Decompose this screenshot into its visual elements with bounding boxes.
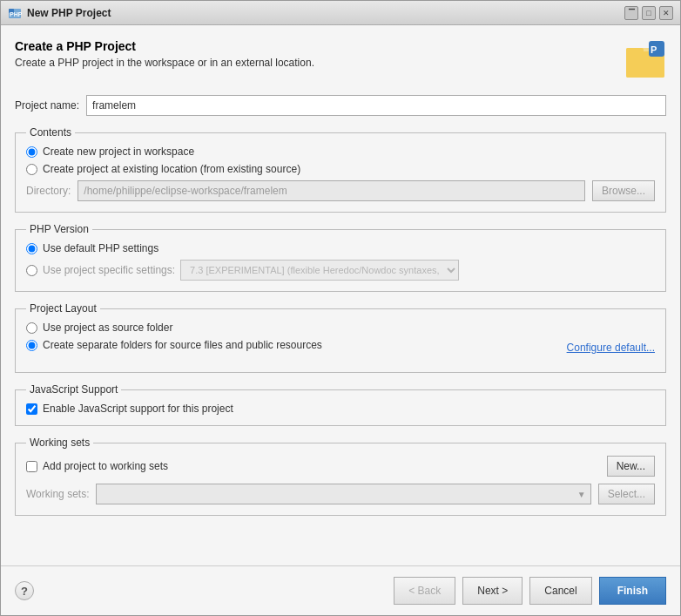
php-option1-row: Use default PHP settings: [26, 242, 655, 254]
content-area: Create a PHP Project Create a PHP projec…: [1, 25, 680, 565]
working-sets-legend: Working sets: [26, 437, 93, 449]
bottom-buttons: < Back Next > Cancel Finish: [394, 577, 666, 605]
bottom-bar: ? < Back Next > Cancel Finish: [1, 565, 680, 615]
project-name-label: Project name:: [15, 99, 79, 112]
layout-option1-radio[interactable]: [26, 322, 37, 334]
wizard-header: Create a PHP Project Create a PHP projec…: [15, 39, 666, 81]
finish-button[interactable]: Finish: [599, 577, 666, 605]
new-working-set-button[interactable]: New...: [607, 456, 655, 477]
wizard-title: Create a PHP Project: [15, 39, 314, 53]
layout-option1-label: Use project as source folder: [43, 322, 172, 334]
cancel-button[interactable]: Cancel: [529, 577, 591, 605]
contents-option1-radio[interactable]: [26, 146, 37, 158]
contents-legend: Contents: [26, 126, 75, 139]
working-sets-checkbox[interactable]: [26, 461, 37, 472]
directory-label: Directory:: [26, 185, 71, 197]
js-checkbox-row: Enable JavaScript support for this proje…: [26, 403, 655, 415]
php-version-group: PHP Version Use default PHP settings Use…: [15, 223, 666, 292]
contents-option2-label: Create project at existing location (fro…: [43, 163, 300, 175]
contents-group: Contents Create new project in workspace…: [15, 126, 666, 213]
wizard-subtitle: Create a PHP project in the workspace or…: [15, 57, 314, 69]
project-layout-group: Project Layout Use project as source fol…: [15, 302, 666, 373]
maximize-button[interactable]: □: [642, 6, 656, 20]
working-sets-select-row: Working sets: ▼ Select...: [26, 484, 655, 504]
working-sets-label: Working sets:: [26, 488, 89, 500]
javascript-support-group: JavaScript Support Enable JavaScript sup…: [15, 383, 666, 426]
form-area: Project name: Contents Create new projec…: [15, 95, 666, 552]
php-select-container: 7.3 [EXPERIMENTAL] (flexible Heredoc/Now…: [180, 260, 459, 281]
php-option1-label: Use default PHP settings: [43, 242, 158, 254]
contents-option1-row: Create new project in workspace: [26, 146, 655, 158]
contents-option1-label: Create new project in workspace: [43, 146, 194, 158]
php-option2-row: Use project specific settings: 7.3 [EXPE…: [26, 260, 655, 281]
configure-default-link[interactable]: Configure default...: [567, 342, 655, 354]
help-button[interactable]: ?: [15, 581, 34, 600]
php-option1-radio[interactable]: [26, 243, 37, 254]
select-working-set-button[interactable]: Select...: [598, 484, 655, 504]
project-name-input[interactable]: [86, 95, 666, 116]
php-version-select[interactable]: 7.3 [EXPERIMENTAL] (flexible Heredoc/Now…: [180, 260, 459, 281]
layout-option2-row: Create separate folders for source files…: [26, 339, 655, 356]
working-sets-group: Working sets Add project to working sets…: [15, 437, 666, 516]
window-icon: PHP: [8, 6, 22, 20]
svg-text:PHP: PHP: [10, 11, 22, 17]
working-sets-wrapper: ▼: [96, 484, 590, 504]
working-sets-checkbox-row: Add project to working sets: [26, 460, 168, 472]
contents-option2-row: Create project at existing location (fro…: [26, 163, 655, 175]
php-version-legend: PHP Version: [26, 223, 92, 235]
javascript-support-legend: JavaScript Support: [26, 383, 121, 396]
close-button[interactable]: ✕: [659, 6, 673, 20]
main-window: PHP New PHP Project ▔ □ ✕ Create a PHP P…: [0, 0, 681, 616]
php-option2-label: Use project specific settings:: [43, 264, 175, 276]
next-button[interactable]: Next >: [462, 577, 523, 605]
working-sets-checkbox-label: Add project to working sets: [43, 460, 168, 472]
directory-input[interactable]: [78, 180, 585, 201]
layout-option1-row: Use project as source folder: [26, 322, 655, 334]
directory-row: Directory: Browse...: [26, 180, 655, 201]
layout-option2-radio-row: Create separate folders for source files…: [26, 339, 322, 351]
window-title: New PHP Project: [27, 7, 619, 19]
contents-option2-radio[interactable]: [26, 164, 37, 175]
titlebar: PHP New PHP Project ▔ □ ✕: [1, 1, 680, 25]
js-support-label: Enable JavaScript support for this proje…: [43, 403, 233, 415]
working-sets-input[interactable]: [96, 484, 590, 504]
php-option2-radio[interactable]: [26, 265, 37, 276]
layout-option2-radio[interactable]: [26, 340, 37, 351]
php-folder-icon: P: [624, 39, 666, 81]
browse-button[interactable]: Browse...: [592, 180, 655, 201]
project-name-row: Project name:: [15, 95, 666, 116]
project-layout-legend: Project Layout: [26, 302, 100, 315]
layout-option2-label: Create separate folders for source files…: [43, 339, 322, 351]
wizard-header-text: Create a PHP Project Create a PHP projec…: [15, 39, 314, 69]
svg-text:P: P: [651, 44, 657, 55]
titlebar-buttons: ▔ □ ✕: [624, 6, 673, 20]
back-button[interactable]: < Back: [394, 577, 455, 605]
minimize-button[interactable]: ▔: [624, 6, 638, 20]
js-support-checkbox[interactable]: [26, 403, 37, 415]
